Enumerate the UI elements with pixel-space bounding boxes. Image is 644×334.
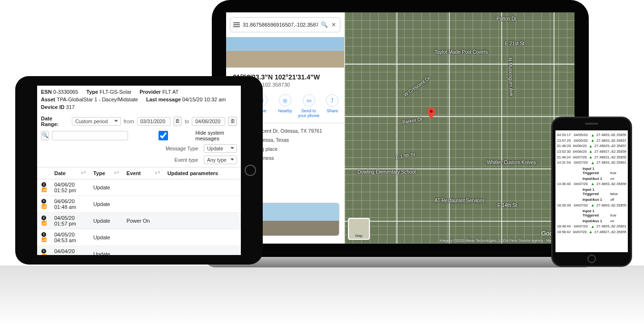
cell-type: Update [89,229,123,246]
list-item[interactable]: 18:39:3904/07/20▲27.4893,-82.35855 [557,202,626,208]
signal-icon: ▲ [591,203,594,208]
cell-updated [164,179,241,196]
list-item[interactable]: 01:48:2804/06/20▲27.48929,-82.35857 [557,143,626,149]
phone-screen: 04:53:1704/05/20▲27.4893,-82.3585513:57:… [555,130,628,252]
tablet-home-button[interactable] [245,165,256,176]
streetview-hero-image[interactable] [226,37,344,68]
map-street-label: E 17th St [395,152,415,160]
laptop-base [205,257,596,267]
signal-icon: ▲ [589,229,593,235]
tablet-screen: ESN0-3330065 TypeFLT-GS-Solar ProviderFL… [37,86,241,255]
list-item[interactable]: 14:36:4004/07/20▲27.4893,-82.35859 [557,181,626,187]
cell-date: 04/05/20 [574,133,589,137]
cell-date: 04/06/2001:52 pm [50,179,89,196]
date-range-value: Custom period [75,118,108,124]
sort-icon: ▲▼ [154,170,160,175]
col-date[interactable]: Date▲▼ [50,167,89,179]
share-icon: ⤴ [326,94,338,107]
cell-date: 04/05/2004:53 am [50,229,89,246]
message-type-dropdown[interactable]: Update [204,144,237,153]
signal-icon: ▲ [589,149,593,154]
trigger-label: Input 1 Triggered [583,209,610,217]
type-filters-row: Message Type Update [37,143,241,156]
table-row[interactable]: i📶04/05/2001:57 pmUpdatePower On [37,212,241,229]
cell-coord: 27.48929,-82.35857 [594,144,626,148]
cell-coord: 27.4893,-82.35861 [596,224,626,228]
last-message-value: 04/15/20 10:32 am [182,97,226,102]
table-row[interactable]: i📶04/04/2004:59 pmUpdate [37,246,241,255]
share-label: Share [321,108,343,113]
date-range-label: Date Range: [41,116,69,127]
table-row[interactable]: i📶04/06/2001:48 amUpdate [37,196,241,212]
trigger-value: true [610,171,622,175]
info-icon: i [41,216,46,220]
phone-home-button[interactable] [587,255,596,263]
maps-search-input[interactable] [243,22,318,28]
map-canvas[interactable]: Taylor Made Pool Covers Parker Dr W Cres… [344,12,575,244]
cell-date: 04/07/20 [573,230,586,234]
nearby-icon: ◎ [279,94,291,107]
aux-label: Input/Aux 1 [583,177,610,181]
cell-date: 04/07/20 [574,224,589,228]
hide-system-messages-checkbox[interactable] [134,131,192,140]
signal-icon: 📶 [41,221,47,226]
list-item[interactable]: 13:52:3004/06/20▲27.48927,-82.35859 [557,149,626,155]
message-type-label: Message Type [166,146,198,151]
map-street-label: E 21st St [505,41,525,46]
map-poi-label[interactable]: AT Restaurant Services [435,198,485,203]
map-poi-label[interactable]: Whitley Custom Knives [487,160,536,165]
signal-icon: ▲ [591,160,594,166]
map-street-label: Patton Dr [496,16,516,21]
cell-date: 04/05/2001:57 pm [50,212,89,229]
event-type-dropdown[interactable]: Any type [204,156,237,164]
table-row[interactable]: i📶04/06/2001:52 pmUpdate [37,179,241,196]
hamburger-icon[interactable] [233,22,240,27]
col-updated[interactable]: Updated parameters [164,167,241,179]
map-pin-icon[interactable] [427,108,435,119]
from-calendar-icon[interactable]: 🗓 [173,117,182,126]
laptop-screen: 🔍 ✕ 31°52'03.3"N 102°21'31.4"W 31.867587… [226,12,575,244]
cell-coord: 27.4893,-82.35859 [596,182,626,186]
share-button[interactable]: ⤴ Share [321,94,343,118]
to-date-input[interactable] [192,117,225,126]
cell-date: 04/07/20 [574,203,589,207]
aux-label: Input/Aux 1 [583,219,610,223]
cell-date: 04/07/20 [574,182,589,186]
list-item[interactable]: 04:53:1704/05/20▲27.4893,-82.35855 [557,132,626,138]
date-range-dropdown[interactable]: Custom period [72,117,121,126]
search-icon[interactable]: 🔍 [321,21,327,28]
trigger-value: true [610,213,622,217]
send-to-phone-button[interactable]: ▭ Send to your phone [298,94,320,118]
last-message-label: Last message [146,97,181,102]
map-layers-button[interactable]: Map [348,218,370,240]
from-label: from [124,118,134,124]
map-poi-label[interactable]: Dowling Elementary School [357,169,416,175]
cell-time: 14:36:40 [557,182,572,186]
device-id-value: 317 [66,104,75,110]
cell-coord: 27.4893,-82.35857 [596,138,626,143]
map-poi-label[interactable]: Taylor Made Pool Covers [435,49,488,55]
from-date-input[interactable] [137,117,170,126]
signal-icon: 📶 [41,187,47,192]
list-item[interactable]: 01:46:2404/07/20▲27.48931,-82.35855 [557,155,626,160]
col-event[interactable]: Event▲▼ [123,167,164,179]
search-input[interactable] [52,131,128,140]
to-calendar-icon[interactable]: 🗓 [228,117,237,126]
device-header: ESN0-3330065 TypeFLT-GS-Solar ProviderFL… [37,86,241,114]
nearby-label: Nearby [274,108,296,113]
search-button[interactable]: 🔍 [41,131,49,140]
list-item[interactable]: 18:48:4404/07/20▲27.4893,-82.35861 [557,224,626,229]
list-item[interactable]: 13:57:2504/05/20▲27.4893,-82.35857 [557,138,626,144]
close-icon[interactable]: ✕ [330,21,337,28]
cell-time: 18:58:42 [557,230,571,234]
cell-date: 04/07/20 [574,160,589,165]
table-row[interactable]: i📶04/05/2004:53 amUpdate [37,229,241,246]
list-item[interactable]: 14:31:5404/07/20▲27.4893,-82.35861 [557,160,626,166]
search-icon: 🔍 [42,132,49,138]
esn-label: ESN [41,89,52,95]
cell-type: Update [89,212,123,229]
nearby-button[interactable]: ◎ Nearby [274,94,296,118]
cell-updated [164,246,241,255]
col-type[interactable]: Type▲▼ [89,167,123,179]
list-item[interactable]: 18:58:4204/07/20▲27.48927,-82.35855 [557,229,626,235]
